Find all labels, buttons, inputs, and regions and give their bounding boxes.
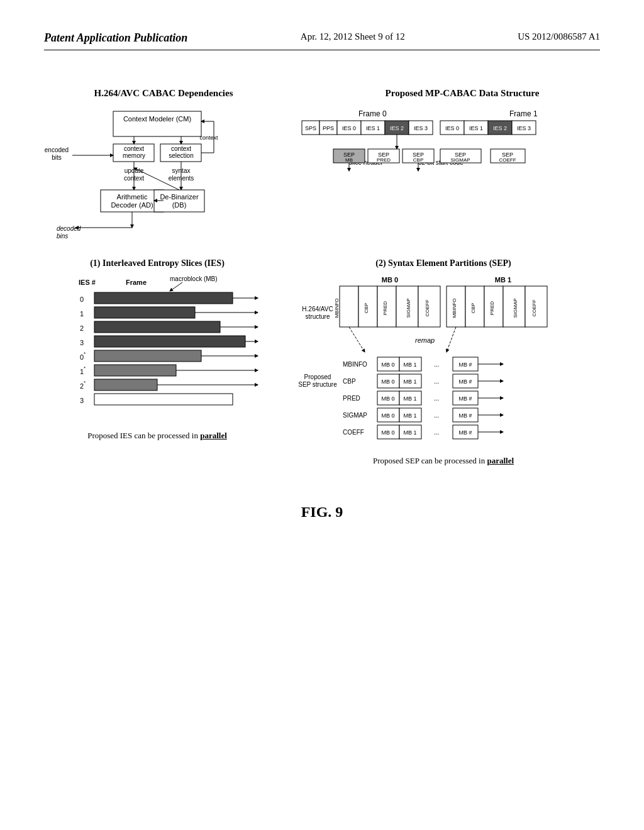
svg-text:IES #: IES #: [79, 279, 96, 286]
svg-text:encoded: encoded: [45, 147, 69, 153]
sep-section: (2) Syntax Element Partitions (SEP) MB 0…: [277, 258, 610, 466]
svg-text:IES 3: IES 3: [517, 125, 531, 131]
svg-text:MB #: MB #: [458, 379, 472, 385]
svg-text:SIGMAP: SIGMAP: [450, 157, 470, 163]
cabac-title: H.264/AVC CABAC Dependencies: [44, 88, 283, 99]
svg-text:memory: memory: [123, 152, 145, 159]
svg-text:remap: remap: [415, 336, 435, 344]
svg-text:0: 0: [80, 296, 84, 303]
svg-text:SPS: SPS: [305, 125, 316, 131]
ies-caption: Proposed IES can be processed in paralle…: [44, 431, 270, 441]
svg-text:MB 1: MB 1: [403, 412, 416, 419]
svg-text:structure: structure: [306, 313, 330, 320]
svg-text:PPS: PPS: [323, 125, 334, 131]
svg-text:...: ...: [434, 361, 439, 368]
svg-text:decoded: decoded: [57, 225, 81, 232]
publication-number: US 2012/0086587 A1: [518, 31, 600, 42]
svg-text:...: ...: [434, 412, 439, 419]
publication-date-sheet: Apr. 12, 2012 Sheet 9 of 12: [301, 31, 405, 42]
svg-text:SIGMAP: SIGMAP: [406, 298, 411, 318]
svg-text:IES 0: IES 0: [445, 125, 459, 131]
publication-title: Patent Application Publication: [44, 31, 187, 45]
svg-text:SIGMAP: SIGMAP: [513, 298, 518, 318]
svg-rect-85: [94, 307, 195, 318]
svg-text:IES 2: IES 2: [493, 125, 507, 131]
svg-text:COEFF: COEFF: [343, 429, 364, 436]
svg-text:MB 1: MB 1: [403, 429, 416, 436]
svg-text:MB #: MB #: [458, 412, 472, 419]
svg-text:2: 2: [80, 324, 84, 332]
svg-text:MB 1: MB 1: [403, 396, 416, 402]
cabac-svg: Context Modeler (CM) context memory cont…: [44, 105, 270, 243]
svg-text:CBP: CBP: [364, 303, 369, 313]
sep-title: (2) Syntax Element Partitions (SEP): [277, 258, 610, 268]
svg-text:MB: MB: [345, 157, 353, 163]
svg-text:context: context: [199, 135, 218, 141]
svg-text:...: ...: [434, 429, 439, 436]
svg-text:MB 1: MB 1: [403, 379, 416, 385]
mp-cabac-svg: Frame 0 Frame 1 SPS PPS IES 0 IES 1: [296, 105, 629, 243]
svg-text:COEFF: COEFF: [531, 299, 537, 316]
svg-text:IES 3: IES 3: [414, 125, 428, 131]
svg-text:SEP structure: SEP structure: [298, 381, 337, 388]
svg-text:...: ...: [434, 378, 439, 385]
svg-text:*: *: [84, 351, 86, 357]
svg-text:SIGMAP: SIGMAP: [343, 412, 367, 419]
svg-text:(DB): (DB): [172, 201, 187, 209]
svg-text:MB #: MB #: [458, 429, 472, 436]
svg-rect-103: [94, 379, 157, 390]
svg-text:bits: bits: [52, 154, 62, 161]
bottom-diagrams-row: (1) Interleaved Entropy Slices (IES) IES…: [44, 258, 600, 466]
sep-svg: MB 0 MB 1 H.264/AVC structure MBINFO CBP…: [277, 274, 610, 450]
svg-text:macroblock (MB): macroblock (MB): [170, 275, 218, 282]
svg-text:Proposed: Proposed: [304, 374, 331, 380]
svg-text:MBINFO: MBINFO: [452, 298, 457, 318]
figure-container: H.264/AVC CABAC Dependencies Context Mod…: [44, 88, 600, 521]
svg-text:IES 0: IES 0: [342, 125, 356, 131]
svg-text:CBP: CBP: [343, 378, 356, 385]
svg-text:Frame 1: Frame 1: [509, 109, 538, 118]
svg-text:COEFF: COEFF: [499, 157, 516, 163]
svg-text:Decoder (AD): Decoder (AD): [111, 201, 153, 209]
svg-text:IES 2: IES 2: [390, 125, 404, 131]
svg-text:COEFF: COEFF: [425, 299, 430, 316]
sep-caption: Proposed SEP can be processed in paralle…: [277, 456, 610, 466]
svg-text:MB 0: MB 0: [381, 396, 394, 402]
svg-text:MB 0: MB 0: [382, 276, 398, 284]
svg-text:Frame 0: Frame 0: [358, 109, 387, 118]
figure-label: FIG. 9: [301, 504, 343, 521]
svg-text:PRED: PRED: [382, 301, 388, 315]
svg-rect-88: [94, 321, 220, 333]
svg-text:PRED: PRED: [343, 395, 360, 402]
svg-text:De-Binarizer: De-Binarizer: [160, 193, 198, 201]
svg-text:IES 1: IES 1: [366, 125, 380, 131]
svg-text:context: context: [124, 145, 144, 152]
svg-line-132: [349, 327, 365, 352]
cabac-diagram: H.264/AVC CABAC Dependencies Context Mod…: [44, 88, 283, 246]
svg-text:MB 0: MB 0: [381, 379, 394, 385]
svg-text:...: ...: [434, 395, 439, 402]
svg-text:PRED: PRED: [489, 301, 495, 315]
svg-text:*: *: [84, 380, 86, 385]
svg-rect-111: [340, 286, 358, 327]
svg-text:MB 0: MB 0: [381, 429, 394, 436]
svg-line-80: [170, 282, 182, 291]
ies-section: (1) Interleaved Entropy Slices (IES) IES…: [44, 258, 270, 466]
top-diagrams-row: H.264/AVC CABAC Dependencies Context Mod…: [44, 88, 600, 246]
svg-text:MB 1: MB 1: [403, 362, 416, 368]
svg-text:3: 3: [80, 397, 84, 404]
svg-text:MB #: MB #: [458, 396, 472, 402]
svg-text:MB #: MB #: [458, 362, 472, 368]
svg-text:MB 1: MB 1: [495, 276, 511, 284]
svg-text:Context Modeler (CM): Context Modeler (CM): [123, 115, 191, 123]
svg-text:MB 0: MB 0: [381, 412, 394, 419]
mp-cabac-diagram: Proposed MP-CABAC Data Structure Frame 0…: [296, 88, 629, 246]
svg-rect-106: [94, 394, 233, 405]
svg-rect-95: [94, 350, 201, 362]
svg-text:Frame: Frame: [126, 279, 147, 286]
svg-line-133: [447, 327, 456, 352]
svg-rect-91: [94, 336, 245, 347]
svg-text:CBP: CBP: [413, 157, 423, 163]
svg-text:*: *: [84, 365, 86, 371]
svg-text:H.264/AVC: H.264/AVC: [302, 306, 333, 313]
